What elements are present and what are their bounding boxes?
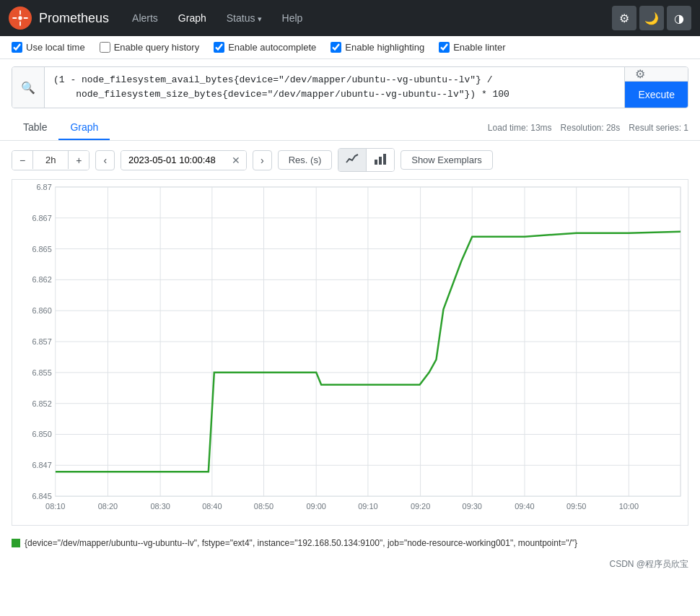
chart-type-group xyxy=(338,148,395,172)
svg-text:6.855: 6.855 xyxy=(32,368,51,377)
graph-controls: − 2h + ‹ ✕ › Res. (s) Show Exemplars xyxy=(0,144,700,176)
execute-button[interactable]: Execute xyxy=(625,82,688,108)
search-icon: 🔍 xyxy=(12,67,45,108)
prev-btn[interactable]: ‹ xyxy=(95,150,115,170)
datetime-group: ✕ xyxy=(121,150,247,170)
brand-title: Prometheus xyxy=(39,11,109,26)
svg-text:09:30: 09:30 xyxy=(463,502,482,511)
svg-text:09:50: 09:50 xyxy=(566,502,586,511)
contrast-btn[interactable]: ◑ xyxy=(667,6,691,30)
enable-linter-checkbox[interactable]: Enable linter xyxy=(439,42,505,53)
svg-rect-7 xyxy=(379,157,382,165)
nav-help[interactable]: Help xyxy=(274,8,312,28)
nav-links: Alerts Graph Status Help xyxy=(123,8,311,28)
svg-text:6.845: 6.845 xyxy=(32,492,51,500)
svg-text:10:00: 10:00 xyxy=(619,502,639,511)
svg-text:08:20: 08:20 xyxy=(98,502,118,511)
tab-graph[interactable]: Graph xyxy=(58,116,110,140)
svg-text:09:20: 09:20 xyxy=(411,502,430,511)
tab-table[interactable]: Table xyxy=(12,116,58,140)
duration-plus-btn[interactable]: + xyxy=(69,151,89,170)
svg-text:6.87: 6.87 xyxy=(36,183,51,191)
footer-text: CSDN @程序员欣宝 xyxy=(609,559,688,569)
svg-text:08:40: 08:40 xyxy=(202,502,222,511)
svg-text:08:10: 08:10 xyxy=(45,502,65,511)
svg-text:6.852: 6.852 xyxy=(32,399,51,408)
query-input[interactable]: (1 - node_filesystem_avail_bytes{device=… xyxy=(45,67,624,108)
enable-highlighting-checkbox[interactable]: Enable highlighting xyxy=(331,42,424,53)
chart-container: 6.87 6.867 6.865 6.862 6.860 6.857 6.855… xyxy=(12,179,688,526)
legend-color-swatch xyxy=(12,539,20,547)
nav-graph[interactable]: Graph xyxy=(170,8,215,28)
duration-control: − 2h + xyxy=(12,150,89,170)
show-exemplars-btn[interactable]: Show Exemplars xyxy=(401,150,493,170)
svg-text:6.847: 6.847 xyxy=(32,461,51,469)
chart-svg: 6.87 6.867 6.865 6.862 6.860 6.857 6.855… xyxy=(12,180,688,525)
resolution: Resolution: 28s xyxy=(561,123,621,133)
duration-label: 2h xyxy=(32,151,69,169)
svg-text:08:30: 08:30 xyxy=(150,502,170,511)
line-chart-btn[interactable] xyxy=(338,149,367,171)
svg-text:6.860: 6.860 xyxy=(32,306,51,315)
duration-minus-btn[interactable]: − xyxy=(12,151,32,170)
nav-alerts[interactable]: Alerts xyxy=(123,8,167,28)
query-actions: ⚙ Execute xyxy=(624,67,688,108)
svg-text:09:40: 09:40 xyxy=(515,502,534,511)
nav-status[interactable]: Status xyxy=(218,8,271,28)
brand: Prometheus xyxy=(9,6,109,30)
svg-text:09:10: 09:10 xyxy=(358,502,377,511)
query-settings-btn[interactable]: ⚙ xyxy=(625,67,688,82)
legend-area: {device="/dev/mapper/ubuntu--vg-ubuntu--… xyxy=(0,532,700,555)
svg-text:6.857: 6.857 xyxy=(32,337,51,346)
svg-rect-8 xyxy=(383,154,386,165)
settings-icon-btn[interactable]: ⚙ xyxy=(612,6,636,30)
footer-note: CSDN @程序员欣宝 xyxy=(0,555,700,573)
legend-item: {device="/dev/mapper/ubuntu--vg-ubuntu--… xyxy=(12,537,577,550)
svg-point-1 xyxy=(18,16,22,19)
svg-text:09:00: 09:00 xyxy=(307,502,326,511)
settings-bar: Use local time Enable query history Enab… xyxy=(0,36,700,59)
datetime-input[interactable] xyxy=(121,151,226,169)
navbar: Prometheus Alerts Graph Status Help ⚙ 🌙 … xyxy=(0,0,700,36)
stacked-chart-btn[interactable] xyxy=(367,149,394,171)
enable-autocomplete-checkbox[interactable]: Enable autocomplete xyxy=(214,42,316,53)
legend-label: {device="/dev/mapper/ubuntu--vg-ubuntu--… xyxy=(25,537,577,550)
svg-text:6.862: 6.862 xyxy=(32,275,51,284)
svg-text:08:50: 08:50 xyxy=(254,502,274,511)
load-time: Load time: 13ms xyxy=(488,123,552,133)
datetime-clear-btn[interactable]: ✕ xyxy=(226,151,246,170)
enable-query-history-checkbox[interactable]: Enable query history xyxy=(100,42,200,53)
result-series: Result series: 1 xyxy=(629,123,688,133)
query-bar: 🔍 (1 - node_filesystem_avail_bytes{devic… xyxy=(12,66,688,108)
navbar-right: ⚙ 🌙 ◑ xyxy=(612,6,691,30)
svg-text:6.850: 6.850 xyxy=(32,430,51,438)
svg-text:6.867: 6.867 xyxy=(32,214,51,222)
dark-mode-btn[interactable]: 🌙 xyxy=(639,6,664,30)
next-btn[interactable]: › xyxy=(253,150,272,170)
load-info: Load time: 13ms Resolution: 28s Result s… xyxy=(488,123,688,133)
svg-rect-6 xyxy=(375,160,377,165)
svg-text:6.865: 6.865 xyxy=(32,245,51,253)
tabs-row: Table Graph Load time: 13ms Resolution: … xyxy=(0,116,700,141)
prometheus-logo xyxy=(9,6,32,30)
use-local-time-checkbox[interactable]: Use local time xyxy=(12,42,85,53)
resolution-btn[interactable]: Res. (s) xyxy=(278,150,333,170)
